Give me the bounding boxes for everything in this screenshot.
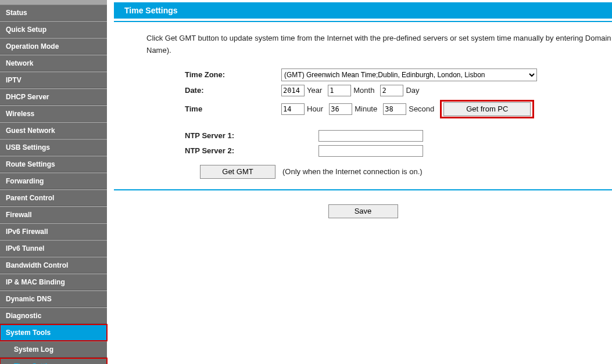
get-from-pc-button[interactable]: Get from PC: [443, 102, 531, 116]
label-date: Date:: [185, 86, 281, 95]
nav-system-tools[interactable]: System Tools: [0, 325, 107, 341]
unit-month: Month: [353, 86, 374, 95]
nav-operation-mode[interactable]: Operation Mode: [0, 38, 107, 55]
get-gmt-button[interactable]: Get GMT: [200, 165, 275, 179]
divider-bottom: [114, 189, 612, 190]
nav-sub-system-log[interactable]: System Log: [0, 341, 107, 358]
nav-ipv6-firewall[interactable]: IPv6 Firewall: [0, 224, 107, 240]
ntp2-input[interactable]: [318, 145, 423, 157]
save-button[interactable]: Save: [328, 204, 398, 218]
second-input[interactable]: [383, 103, 406, 115]
divider: [114, 21, 612, 22]
nav-parent-control[interactable]: Parent Control: [0, 190, 107, 206]
label-timezone: Time Zone:: [185, 70, 281, 79]
nav-diagnostic[interactable]: Diagnostic: [0, 308, 107, 324]
nav-iptv[interactable]: IPTV: [0, 72, 107, 88]
main-panel: Time Settings Click Get GMT button to up…: [107, 0, 612, 364]
nav-route-settings[interactable]: Route Settings: [0, 156, 107, 172]
panel-title: Time Settings: [114, 2, 612, 19]
nav-status[interactable]: Status: [0, 5, 107, 21]
gmt-note: (Only when the Internet connection is on…: [282, 167, 423, 176]
unit-year: Year: [307, 86, 322, 95]
year-input[interactable]: [281, 85, 305, 96]
nav-firewall[interactable]: Firewall: [0, 207, 107, 223]
minute-input[interactable]: [329, 103, 352, 115]
nav-dhcp-server[interactable]: DHCP Server: [0, 89, 107, 105]
nav-quick-setup[interactable]: Quick Setup: [0, 21, 107, 38]
unit-minute: Minute: [355, 104, 377, 113]
nav-ip-mac-binding[interactable]: IP & MAC Binding: [0, 274, 107, 290]
unit-day: Day: [406, 86, 419, 95]
sidebar: Status Quick Setup Operation Mode Networ…: [0, 0, 107, 364]
ntp1-input[interactable]: [318, 130, 423, 142]
label-ntp1: NTP Server 1:: [185, 131, 318, 140]
label-ntp2: NTP Server 2:: [185, 146, 318, 155]
nav-dynamic-dns[interactable]: Dynamic DNS: [0, 291, 107, 307]
nav-ipv6-tunnel[interactable]: IPv6 Tunnel: [0, 240, 107, 257]
month-input[interactable]: [328, 85, 351, 96]
nav-usb-settings[interactable]: USB Settings: [0, 139, 107, 156]
nav-guest-network[interactable]: Guest Network: [0, 122, 107, 139]
nav-forwarding[interactable]: Forwarding: [0, 173, 107, 189]
hour-input[interactable]: [281, 103, 305, 115]
day-input[interactable]: [380, 85, 403, 96]
nav-network[interactable]: Network: [0, 55, 107, 71]
panel-description: Click Get GMT button to update system ti…: [146, 33, 612, 57]
label-time: Time: [185, 104, 281, 113]
unit-hour: Hour: [307, 104, 323, 113]
timezone-select[interactable]: (GMT) Greenwich Mean Time;Dublin, Edinbu…: [281, 69, 537, 81]
nav-bandwidth-control[interactable]: Bandwidth Control: [0, 257, 107, 273]
nav-wireless[interactable]: Wireless: [0, 106, 107, 122]
unit-second: Second: [409, 104, 434, 113]
nav-sub-time-settings[interactable]: Time Settings: [0, 358, 107, 364]
